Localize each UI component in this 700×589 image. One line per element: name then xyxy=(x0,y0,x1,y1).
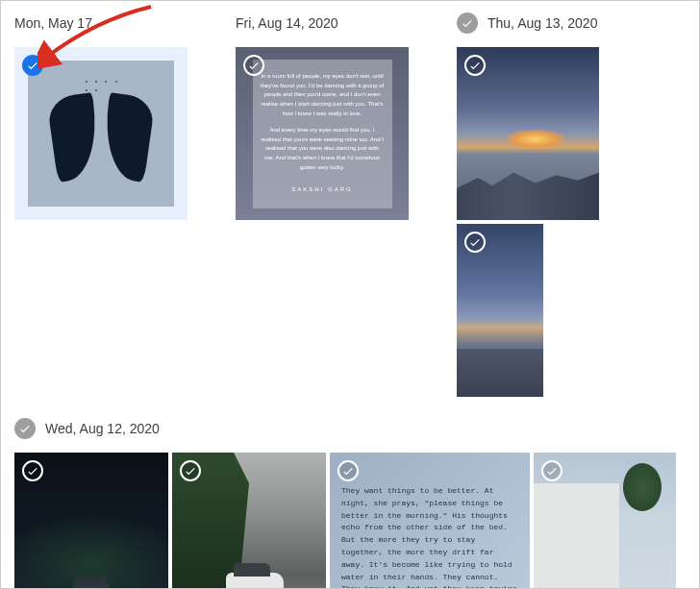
date-label[interactable]: Thu, Aug 13, 2020 xyxy=(488,15,597,31)
quote-text: In a room full of people, my eyes don't … xyxy=(261,72,385,118)
date-label[interactable]: Wed, Aug 12, 2020 xyxy=(45,421,160,436)
photo-street-car[interactable] xyxy=(172,453,326,589)
select-all-icon[interactable] xyxy=(14,418,36,439)
photo-building[interactable] xyxy=(534,453,676,589)
date-group-aug13: Thu, Aug 13, 2020 xyxy=(457,9,686,397)
date-label[interactable]: Fri, Aug 14, 2020 xyxy=(236,15,338,31)
date-label[interactable]: Mon, May 17 xyxy=(14,15,92,31)
check-icon[interactable] xyxy=(338,460,359,481)
photo-sky-evening[interactable] xyxy=(457,224,543,397)
quote-text: They want things to be better. At night,… xyxy=(341,485,518,589)
check-icon[interactable] xyxy=(541,460,562,481)
date-group-aug14: Fri, Aug 14, 2020 In a room full of peop… xyxy=(236,9,409,397)
date-group-aug12: Wed, Aug 12, 2020 They want things to be… xyxy=(14,414,686,589)
check-icon[interactable] xyxy=(22,460,43,481)
check-icon[interactable] xyxy=(464,55,486,76)
photo-wings[interactable]: ˅ ˅ ˅ ˅˅ ˅ xyxy=(14,47,188,220)
check-icon[interactable] xyxy=(243,55,264,76)
quote-author: SAKSHI GARG xyxy=(261,185,385,195)
check-icon[interactable] xyxy=(180,460,201,481)
select-all-icon[interactable] xyxy=(457,12,478,34)
photo-night-road[interactable] xyxy=(14,453,168,589)
photo-quote2[interactable]: They want things to be better. At night,… xyxy=(330,453,530,589)
date-group-may17: Mon, May 17 ˅ ˅ ˅ ˅˅ ˅ xyxy=(14,9,188,397)
photo-sky-sunset[interactable] xyxy=(457,47,599,220)
check-icon[interactable] xyxy=(22,55,43,76)
check-icon[interactable] xyxy=(464,232,486,253)
quote-text: And every time my eyes would find you, I… xyxy=(261,126,385,172)
photo-quote1[interactable]: In a room full of people, my eyes don't … xyxy=(236,47,409,220)
